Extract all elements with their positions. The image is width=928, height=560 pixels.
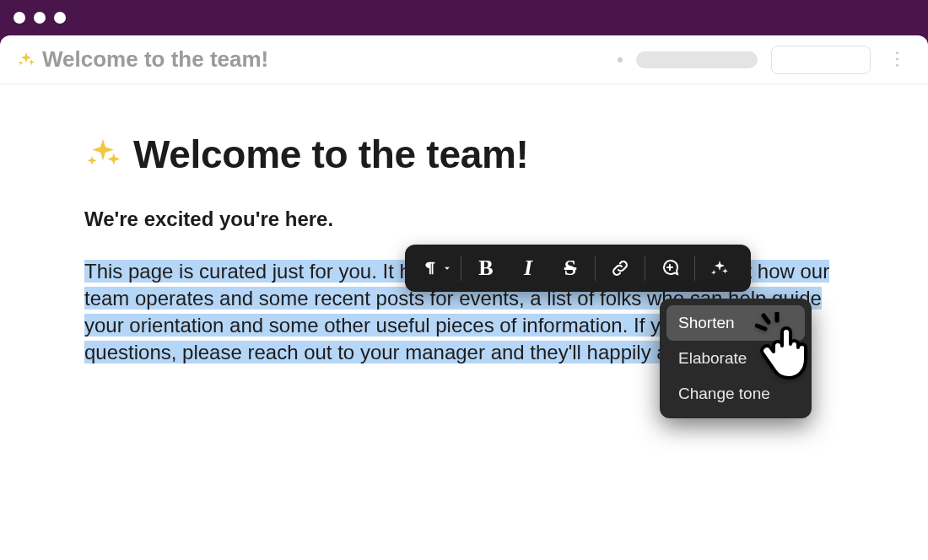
- ai-menu-item-shorten[interactable]: Shorten: [666, 305, 805, 341]
- app-window: Welcome to the team! ⋯ Welcome to the te…: [0, 35, 928, 560]
- italic-button[interactable]: I: [507, 245, 549, 292]
- document-title-row: Welcome to the team!: [84, 132, 844, 177]
- tab-bar: Welcome to the team! ⋯: [0, 35, 928, 84]
- add-comment-button[interactable]: [649, 245, 691, 292]
- traffic-light-minimize[interactable]: [34, 12, 46, 24]
- toolbar-separator: [461, 256, 461, 281]
- add-comment-icon: [660, 258, 680, 278]
- tab-separator-dot: [618, 57, 623, 62]
- document-subhead[interactable]: We're excited you're here.: [84, 207, 844, 231]
- sparkle-icon: [84, 136, 121, 173]
- tab-bar-actions: ⋯: [618, 46, 911, 74]
- more-icon[interactable]: ⋯: [887, 46, 909, 73]
- traffic-light-zoom[interactable]: [54, 12, 66, 24]
- active-tab[interactable]: Welcome to the team!: [17, 46, 268, 73]
- window-titlebar: [0, 0, 928, 35]
- page-title[interactable]: Welcome to the team!: [133, 132, 529, 177]
- toolbar-separator: [694, 256, 695, 281]
- italic-icon: I: [524, 256, 532, 281]
- paragraph-style-button[interactable]: [415, 245, 457, 292]
- chevron-down-icon: [441, 262, 453, 274]
- tab-title: Welcome to the team!: [42, 46, 268, 73]
- paragraph-icon: [419, 259, 438, 277]
- bold-button[interactable]: B: [465, 245, 507, 292]
- traffic-light-close[interactable]: [13, 12, 25, 24]
- bold-icon: B: [478, 256, 493, 281]
- strikethrough-icon: S: [564, 256, 576, 281]
- formatting-toolbar: B I S: [405, 245, 751, 292]
- ai-actions-button[interactable]: [699, 245, 741, 292]
- link-button[interactable]: [599, 245, 641, 292]
- strikethrough-button[interactable]: S: [549, 245, 591, 292]
- header-button[interactable]: [771, 46, 871, 74]
- toolbar-separator: [645, 256, 645, 281]
- ai-menu-item-elaborate[interactable]: Elaborate: [666, 341, 805, 376]
- placeholder-pill: [636, 51, 758, 68]
- toolbar-separator: [595, 256, 596, 281]
- sparkle-icon: [709, 258, 730, 278]
- ai-menu-item-change-tone[interactable]: Change tone: [666, 376, 805, 412]
- sparkle-icon: [17, 51, 35, 69]
- ai-actions-menu: Shorten Elaborate Change tone: [660, 299, 812, 418]
- link-icon: [610, 258, 630, 278]
